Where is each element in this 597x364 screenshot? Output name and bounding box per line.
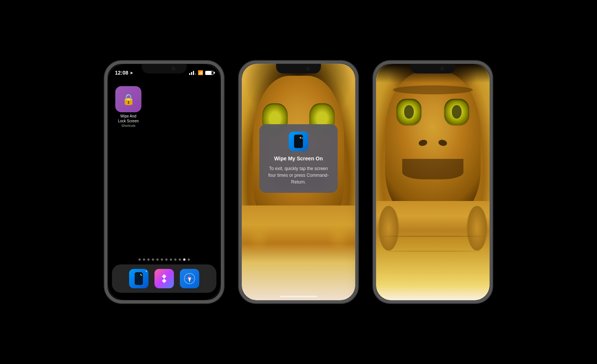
phone-1: 12:08 ➤ 📶 🔒: [104, 61, 224, 303]
jabba3-bg-top: [376, 64, 490, 83]
status-icons: 📶: [189, 70, 213, 75]
phone3-volume-up-button: [373, 116, 374, 135]
location-icon: ➤: [130, 71, 133, 75]
dialog-app-icon: ✦ ✦: [289, 132, 308, 151]
home-content: 🔒 Wipe AndLock Screen Shortcuts: [107, 79, 221, 255]
app-sublabel: Shortcuts: [121, 124, 135, 128]
page-dot-11: [183, 258, 185, 261]
phone-volume-down-button: [104, 138, 105, 157]
body-fold-2: [385, 251, 480, 252]
phone2-notch-dot: [306, 67, 310, 70]
page-dot-8: [170, 258, 172, 261]
battery-icon: [205, 71, 213, 75]
home-indicator-2: [280, 296, 317, 297]
jabba-body: [242, 205, 355, 300]
page-dot-4: [152, 258, 154, 261]
app-icon-wrapper[interactable]: 🔒 Wipe AndLock Screen Shortcuts: [113, 86, 143, 128]
jabba3-left-eye: [397, 99, 421, 125]
phone2-screen: ✦ ✦ Wipe My Screen On To exit, quickly t…: [242, 64, 355, 300]
phone3-volume-down-button: [373, 138, 374, 157]
phone2-volume-up-button: [239, 116, 240, 135]
jabba3-left-pupil: [404, 105, 414, 118]
dock: ✦ ✦: [112, 264, 216, 293]
phone-volume-up-button: [104, 116, 105, 135]
phone2-volume-down-button: [239, 138, 240, 157]
wipe-and-lock-app-icon[interactable]: 🔒: [115, 86, 141, 112]
jabba3-right-arm: [467, 206, 487, 251]
dock-icon-safari[interactable]: [180, 269, 199, 288]
page-dot-9: [174, 258, 176, 261]
phone-3: [373, 61, 493, 303]
body-fold-1: [382, 236, 484, 237]
dialog-title: Wipe My Screen On: [266, 156, 331, 161]
jabba3-nose-right: [438, 139, 448, 147]
jabba3-brow: [393, 85, 473, 94]
wifi-icon: 📶: [198, 70, 203, 75]
page-dot-3: [147, 258, 150, 261]
dialog-overlay: ✦ ✦ Wipe My Screen On To exit, quickly t…: [259, 124, 338, 193]
battery-fill: [206, 71, 212, 75]
phone2-mute-button: [239, 101, 240, 112]
jabba-fullscreen-bg: [376, 64, 490, 300]
page-dot-7: [165, 258, 168, 261]
jabba3-face: [385, 71, 480, 217]
dock-icon-shortcuts[interactable]: [154, 269, 174, 288]
dock-icon-wipe[interactable]: ✦ ✦: [129, 269, 149, 288]
dialog-phone-shape: ✦ ✦: [294, 135, 303, 148]
phone-2: ✦ ✦ Wipe My Screen On To exit, quickly t…: [239, 61, 358, 303]
page-dot-1: [138, 258, 141, 261]
page-dot-5: [156, 258, 159, 261]
phone3-screen: [376, 64, 490, 300]
phone-power-button: [223, 116, 224, 142]
jabba3-nose-left: [418, 139, 428, 147]
page-dot-6: [161, 258, 163, 261]
jabba3-right-pupil: [452, 105, 462, 118]
page-dot-2: [143, 258, 145, 261]
signal-icon: [189, 71, 196, 75]
page-dot-12: [188, 258, 190, 261]
status-time: 12:08: [115, 70, 128, 76]
jabba3-mouth: [402, 159, 463, 179]
jabba3-left-arm: [378, 206, 399, 251]
app-label: Wipe AndLock Screen: [118, 114, 139, 123]
dialog-body: To exit, quickly tap the screen four tim…: [266, 165, 331, 185]
safari-icon: [183, 272, 196, 285]
page-dot-10: [179, 258, 181, 261]
status-bar: 12:08 ➤ 📶: [107, 64, 221, 79]
phone1-screen: 12:08 ➤ 📶 🔒: [107, 64, 221, 300]
jabba-arm-left: [247, 215, 270, 253]
jabba3-body: [376, 201, 490, 300]
jabba-arm-right: [327, 215, 350, 253]
phone-notch-dot: [172, 67, 175, 70]
phone-mute-button: [104, 101, 105, 112]
page-dots: [107, 255, 221, 264]
phone3-notch-dot: [440, 67, 444, 70]
phone2-power-button: [357, 116, 358, 142]
phone3-mute-button: [373, 101, 374, 112]
lock-icon: 🔒: [122, 93, 135, 106]
jabba3-right-eye: [444, 99, 469, 125]
phone3-power-button: [492, 116, 493, 142]
shortcuts-icon: [158, 273, 170, 285]
